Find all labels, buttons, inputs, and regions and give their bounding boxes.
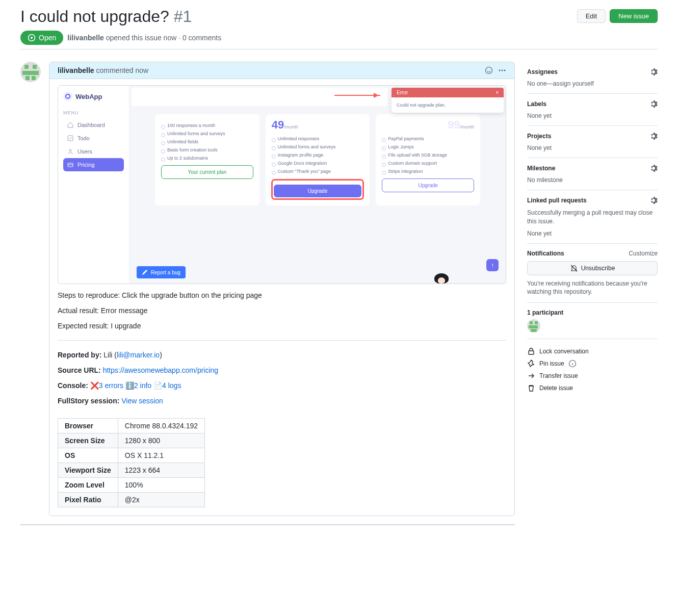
svg-point-5 — [499, 70, 501, 71]
gear-icon[interactable] — [649, 164, 658, 172]
error-toast: Error× Could not upgrade plan. — [392, 88, 504, 113]
arrow-right-icon — [527, 372, 535, 380]
svg-rect-11 — [529, 351, 534, 354]
comment-time: commented now — [96, 66, 148, 74]
sidebar-item-todo: Todo — [63, 132, 124, 145]
steps-text: Steps to reproduce: Click the upgrade bu… — [58, 291, 506, 299]
bell-slash-icon — [570, 264, 578, 272]
gear-icon[interactable] — [649, 196, 658, 204]
trash-icon — [527, 384, 535, 392]
svg-point-2 — [486, 67, 492, 74]
labels-title: Labels — [527, 100, 546, 108]
sidebar-item-users: Users — [63, 145, 124, 158]
reporter-email-link[interactable]: lili@marker.io — [117, 351, 160, 359]
gear-icon[interactable] — [649, 68, 658, 76]
screenshot-attachment[interactable]: WebApp MENU Dashboard Todo Users Pricing — [58, 85, 506, 284]
info-icon — [568, 360, 577, 368]
gear-icon[interactable] — [649, 132, 658, 140]
issue-open-icon — [28, 34, 36, 42]
timeline-end — [20, 524, 515, 525]
comment-author[interactable]: lilivanbelle — [58, 66, 94, 74]
emoji-icon[interactable] — [485, 66, 493, 74]
issue-title: I could not upgrade? #1 — [20, 6, 192, 27]
edit-button[interactable]: Edit — [577, 9, 606, 23]
new-issue-button[interactable]: New issue — [610, 9, 658, 23]
lock-icon — [527, 347, 535, 355]
console-logs-link[interactable]: 4 logs — [162, 381, 181, 390]
pin-issue[interactable]: Pin issue — [527, 357, 658, 370]
sidebar-item-pricing: Pricing — [63, 158, 124, 171]
milestone-title: Milestone — [527, 165, 555, 172]
svg-point-4 — [490, 69, 490, 70]
assignees-title: Assignees — [527, 68, 558, 75]
svg-rect-8 — [68, 136, 73, 141]
lock-conversation[interactable]: Lock conversation — [527, 345, 658, 357]
kebab-icon[interactable] — [498, 66, 506, 74]
assign-yourself-link[interactable]: No one—assign yourself — [527, 80, 594, 87]
delete-issue[interactable]: Delete issue — [527, 382, 658, 394]
console-info-link[interactable]: 2 info — [134, 381, 151, 390]
notifications-title: Notifications — [527, 250, 564, 257]
svg-point-6 — [502, 70, 503, 71]
linked-pr-title: Linked pull requests — [527, 197, 587, 204]
customize-link[interactable]: Customize — [629, 250, 658, 257]
participants-title: 1 participant — [527, 309, 563, 316]
status-badge: Open — [20, 31, 63, 45]
plan-card-right: 99/month PayPal payments Logic Jumps Fil… — [376, 114, 480, 206]
svg-point-7 — [504, 70, 506, 71]
issue-number: #1 — [174, 7, 192, 25]
projects-title: Projects — [527, 133, 551, 140]
svg-point-3 — [487, 69, 488, 70]
report-bug-button: Report a bug — [137, 266, 186, 278]
unsubscribe-button[interactable]: Unsubscribe — [527, 261, 658, 275]
avatar-illustration — [433, 271, 450, 284]
participant-avatar[interactable] — [527, 319, 540, 332]
plan-card-left: 100 responses a month Unlimited forms an… — [155, 114, 259, 206]
environment-table: BrowserChrome 88.0.4324.192 Screen Size1… — [58, 418, 205, 507]
scroll-top-button: ↑ — [486, 259, 499, 271]
pencil-icon — [142, 269, 148, 275]
expected-text: Expected result: I upgrade — [58, 322, 506, 330]
avatar[interactable] — [20, 62, 41, 82]
source-url-link[interactable]: https://awesomewebapp.com/pricing — [103, 366, 218, 374]
sidebar-item-dashboard: Dashboard — [63, 118, 124, 132]
transfer-issue[interactable]: Transfer issue — [527, 370, 658, 382]
svg-point-9 — [69, 149, 71, 151]
console-errors-link[interactable]: ❌3 errors — [90, 381, 123, 390]
issue-meta: lilivanbelle opened this issue now · 0 c… — [67, 34, 221, 42]
app-logo: WebApp — [63, 92, 124, 101]
comment: lilivanbelle commented now — [49, 62, 515, 516]
fullstory-link[interactable]: View session — [121, 397, 163, 405]
plan-card-mid: 49/month Unlimited responses Unlimited f… — [266, 114, 370, 206]
gear-icon[interactable] — [649, 100, 658, 108]
pin-icon — [527, 360, 535, 368]
close-icon: × — [496, 90, 499, 95]
annotation-arrow — [334, 95, 380, 96]
annotation-highlight: Upgrade — [272, 179, 364, 199]
actual-text: Actual result: Error message — [58, 306, 506, 315]
search-bar — [132, 88, 387, 106]
svg-point-1 — [31, 37, 33, 39]
